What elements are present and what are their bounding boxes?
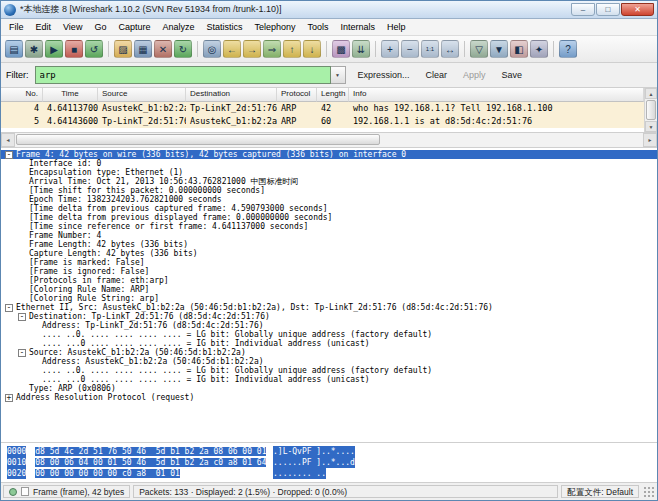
detail-row[interactable]: -Destination: Tp-LinkT_2d:51:76 (d8:5d:4…: [1, 312, 657, 321]
menu-item-telephony[interactable]: Telephony: [248, 20, 301, 34]
autoscroll-toggle-icon[interactable]: ⇊: [352, 40, 370, 58]
zoom-in-icon[interactable]: +: [381, 40, 399, 58]
menu-item-capture[interactable]: Capture: [112, 20, 156, 34]
menu-item-file[interactable]: File: [3, 20, 30, 34]
detail-row[interactable]: Arrival Time: Oct 21, 2013 10:56:43.7628…: [1, 177, 657, 186]
tree-expander-icon[interactable]: +: [5, 394, 13, 402]
capture-options-icon[interactable]: ✱: [25, 40, 43, 58]
close-button[interactable]: ✕: [621, 3, 654, 16]
detail-row[interactable]: Address: Tp-LinkT_2d:51:76 (d8:5d:4c:2d:…: [1, 321, 657, 330]
open-file-icon[interactable]: ▨: [114, 40, 132, 58]
detail-row[interactable]: .... ..0. .... .... .... .... = LG bit: …: [1, 330, 657, 339]
capture-comment-icon[interactable]: [21, 487, 29, 496]
go-to-last-icon[interactable]: ↓: [303, 40, 321, 58]
detail-row[interactable]: [Time delta from previous displayed fram…: [1, 213, 657, 222]
go-back-icon[interactable]: ←: [223, 40, 241, 58]
resize-columns-icon[interactable]: ↔: [441, 40, 459, 58]
expert-info-icon[interactable]: [9, 488, 17, 496]
tree-expander-icon[interactable]: -: [5, 304, 13, 312]
detail-row[interactable]: .... ...0 .... .... .... .... = IG bit: …: [1, 339, 657, 348]
help-icon[interactable]: ?: [559, 40, 577, 58]
detail-row[interactable]: [Time shift for this packet: 0.000000000…: [1, 186, 657, 195]
find-packet-icon[interactable]: ◎: [203, 40, 221, 58]
menu-item-analyze[interactable]: Analyze: [156, 20, 200, 34]
scroll-left-icon[interactable]: ◄: [1, 133, 15, 147]
go-forward-icon[interactable]: →: [243, 40, 261, 58]
detail-row[interactable]: Frame Length: 42 bytes (336 bits): [1, 240, 657, 249]
scroll-right-icon[interactable]: ►: [643, 133, 657, 147]
menu-item-statistics[interactable]: Statistics: [200, 20, 248, 34]
filter-input[interactable]: [35, 66, 331, 84]
detail-row[interactable]: -Ethernet II, Src: AsustekC_b1:b2:2a (50…: [1, 303, 657, 312]
tree-expander-icon[interactable]: -: [5, 151, 13, 159]
column-header-protocol[interactable]: Protocol: [277, 88, 317, 102]
detail-row[interactable]: [Coloring Rule Name: ARP]: [1, 285, 657, 294]
colorize-toggle-icon[interactable]: ▩: [332, 40, 350, 58]
hex-row[interactable]: 001008 00 06 04 00 01 50 46 5d b1 b2 2a …: [7, 457, 657, 468]
packet-row[interactable]: 54.64143600Tp-LinkT_2d:51:76AsustekC_b1:…: [1, 115, 657, 128]
restart-capture-icon[interactable]: ↺: [85, 40, 103, 58]
column-header-source[interactable]: Source: [98, 88, 186, 102]
menu-item-go[interactable]: Go: [88, 20, 112, 34]
go-to-packet-icon[interactable]: ⇒: [263, 40, 281, 58]
detail-row[interactable]: [Frame is marked: False]: [1, 258, 657, 267]
capture-filters-icon[interactable]: ▽: [470, 40, 488, 58]
expression-button[interactable]: Expression...: [352, 68, 416, 82]
detail-row[interactable]: -Source: AsustekC_b1:b2:2a (50:46:5d:b1:…: [1, 348, 657, 357]
detail-row[interactable]: [Protocols in frame: eth:arp]: [1, 276, 657, 285]
clear-button[interactable]: Clear: [420, 68, 454, 82]
list-interfaces-icon[interactable]: ▤: [5, 40, 23, 58]
detail-row[interactable]: Type: ARP (0x0806): [1, 384, 657, 393]
apply-button[interactable]: Apply: [457, 68, 492, 82]
column-header-no[interactable]: No.: [1, 88, 43, 102]
detail-row[interactable]: .... ..0. .... .... .... .... = LG bit: …: [1, 366, 657, 375]
hex-row[interactable]: 002000 00 00 00 00 00 c0 a8 01 01.......…: [7, 468, 657, 479]
column-header-info[interactable]: Info: [349, 88, 644, 102]
detail-row[interactable]: Capture Length: 42 bytes (336 bits): [1, 249, 657, 258]
preferences-icon[interactable]: ✦: [530, 40, 548, 58]
detail-row[interactable]: -Frame 4: 42 bytes on wire (336 bits), 4…: [1, 150, 657, 159]
menu-item-internals[interactable]: Internals: [335, 20, 382, 34]
detail-row[interactable]: [Coloring Rule String: arp]: [1, 294, 657, 303]
filter-dropdown-icon[interactable]: ▼: [331, 66, 346, 84]
column-header-length[interactable]: Length: [317, 88, 349, 102]
status-profile-section[interactable]: 配置文件: Default: [561, 485, 639, 498]
column-header-destination[interactable]: Destination: [186, 88, 277, 102]
detail-row[interactable]: Encapsulation type: Ethernet (1): [1, 168, 657, 177]
close-file-icon[interactable]: ✕: [154, 40, 172, 58]
go-to-first-icon[interactable]: ↑: [283, 40, 301, 58]
detail-row[interactable]: [Frame is ignored: False]: [1, 267, 657, 276]
tree-expander-icon[interactable]: -: [18, 313, 26, 321]
minimize-button[interactable]: –: [571, 3, 595, 16]
packet-list-vertical-scrollbar[interactable]: ▲ ▼: [644, 88, 657, 132]
window-resize-grip[interactable]: [642, 485, 655, 498]
detail-row[interactable]: Frame Number: 4: [1, 231, 657, 240]
reload-file-icon[interactable]: ↻: [174, 40, 192, 58]
tree-expander-icon[interactable]: -: [18, 349, 26, 357]
column-header-time[interactable]: Time: [43, 88, 98, 102]
vertical-scroll-thumb[interactable]: [646, 100, 656, 120]
save-file-icon[interactable]: ▦: [134, 40, 152, 58]
hex-row[interactable]: 0000d8 5d 4c 2d 51 76 50 46 5d b1 b2 2a …: [7, 446, 657, 457]
titlebar[interactable]: *本地连接 8 [Wireshark 1.10.2 (SVN Rev 51934…: [1, 1, 657, 19]
detail-row[interactable]: .... ...0 .... .... .... .... = IG bit: …: [1, 375, 657, 384]
horizontal-scroll-thumb[interactable]: [16, 134, 380, 145]
scroll-down-icon[interactable]: ▼: [645, 121, 657, 132]
menu-item-edit[interactable]: Edit: [30, 20, 58, 34]
zoom-out-icon[interactable]: −: [401, 40, 419, 58]
save-button[interactable]: Save: [496, 68, 529, 82]
menu-item-tools[interactable]: Tools: [302, 20, 335, 34]
start-capture-icon[interactable]: ▶: [45, 40, 63, 58]
display-filters-icon[interactable]: ▼: [490, 40, 508, 58]
detail-row[interactable]: [Time since reference or first frame: 4.…: [1, 222, 657, 231]
horizontal-scroll-track[interactable]: [15, 133, 643, 147]
scroll-up-icon[interactable]: ▲: [645, 88, 657, 99]
packet-row[interactable]: 44.64113700AsustekC_b1:b2:2aTp-LinkT_2d:…: [1, 102, 657, 115]
menu-item-help[interactable]: Help: [381, 20, 412, 34]
stop-capture-icon[interactable]: ■: [65, 40, 83, 58]
detail-row[interactable]: Address: AsustekC_b1:b2:2a (50:46:5d:b1:…: [1, 357, 657, 366]
coloring-rules-icon[interactable]: ◧: [510, 40, 528, 58]
detail-row[interactable]: Epoch Time: 1382324203.762821000 seconds: [1, 195, 657, 204]
horizontal-scrollbar[interactable]: ◄ ►: [1, 133, 657, 148]
detail-row[interactable]: Interface id: 0: [1, 159, 657, 168]
